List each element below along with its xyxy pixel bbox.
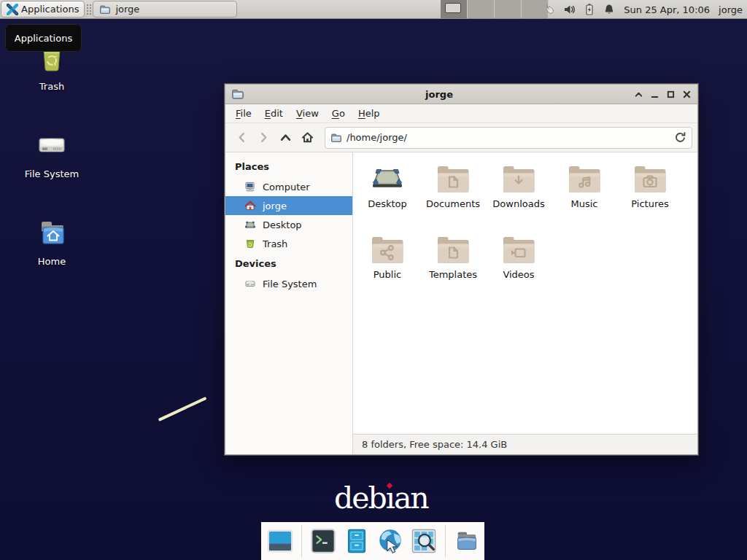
volume-icon[interactable] xyxy=(563,3,576,16)
path-folder-icon xyxy=(330,132,342,144)
folder-documents[interactable]: Documents xyxy=(420,162,486,233)
workspace-3[interactable] xyxy=(495,0,522,18)
menu-edit[interactable]: Edit xyxy=(258,104,290,122)
debian-dot xyxy=(387,483,392,489)
folder-label: Music xyxy=(571,198,598,209)
folder-label: Templates xyxy=(429,269,477,280)
workspace-1[interactable] xyxy=(441,0,468,18)
home-red-icon xyxy=(244,200,256,211)
workspace-window-preview xyxy=(445,3,461,13)
panel-handle[interactable] xyxy=(86,4,91,15)
task-window-label: jorge xyxy=(115,4,139,15)
sidebar-item-desktop[interactable]: Desktop xyxy=(225,215,352,234)
path-text[interactable]: /home/jorge/ xyxy=(347,132,670,143)
dock-application-finder[interactable] xyxy=(410,527,438,555)
shade-button[interactable] xyxy=(634,90,643,99)
folder-music[interactable]: Music xyxy=(551,162,617,233)
menu-help[interactable]: Help xyxy=(352,104,387,122)
forward-button[interactable] xyxy=(252,128,274,148)
path-bar[interactable]: /home/jorge/ xyxy=(325,127,692,149)
sidebar: PlacesComputerjorgeDesktopTrashDevicesFi… xyxy=(225,152,353,454)
clock[interactable]: Sun 25 Apr, 10:06 xyxy=(624,4,710,15)
dock-separator xyxy=(445,525,446,557)
applications-button[interactable]: Applications xyxy=(1,1,85,18)
dock-separator xyxy=(301,525,302,557)
maximize-button[interactable] xyxy=(666,90,676,99)
desktop-icon-label: File System xyxy=(25,168,79,179)
folder-label: Pictures xyxy=(631,198,668,209)
session-username[interactable]: jorge xyxy=(719,4,743,15)
folder-templates[interactable]: Templates xyxy=(420,233,486,303)
menu-file[interactable]: File xyxy=(229,104,258,122)
applications-label: Applications xyxy=(21,4,79,15)
folder-public-icon xyxy=(370,233,405,265)
window-controls xyxy=(634,90,692,99)
folder-downloads[interactable]: Downloads xyxy=(486,162,551,233)
folder-label: Downloads xyxy=(492,198,544,209)
menu-go[interactable]: Go xyxy=(325,104,352,122)
dock-file-manager[interactable] xyxy=(453,527,481,555)
folder-pictures[interactable]: Pictures xyxy=(617,162,683,233)
bell-icon[interactable] xyxy=(603,3,616,16)
folder-grid: DesktopDocumentsDownloadsMusicPicturesPu… xyxy=(353,152,697,434)
folder-desktop[interactable]: Desktop xyxy=(355,162,420,233)
workspace-2[interactable] xyxy=(468,0,495,18)
taskbar-window-button[interactable]: jorge xyxy=(93,1,237,18)
desktop-mini-icon xyxy=(244,219,256,230)
sidebar-header-places: Places xyxy=(225,156,352,177)
status-bar: 8 folders, Free space: 14.4 GiB xyxy=(353,434,697,454)
desktop-icon-home[interactable]: Home xyxy=(17,216,87,267)
computer-icon xyxy=(244,181,256,192)
folder-templates-icon xyxy=(436,233,471,265)
window-titlebar[interactable]: jorge xyxy=(225,85,697,104)
dock-show-desktop[interactable] xyxy=(266,527,294,555)
battery-icon[interactable] xyxy=(583,3,596,16)
up-button[interactable] xyxy=(274,128,296,148)
status-text: 8 folders, Free space: 14.4 GiB xyxy=(362,439,507,450)
tooltip-text: Applications xyxy=(15,33,72,44)
folder-label: Videos xyxy=(503,269,534,280)
content-column: DesktopDocumentsDownloadsMusicPicturesPu… xyxy=(353,152,697,454)
sidebar-item-file-system[interactable]: File System xyxy=(225,274,352,293)
applications-tooltip: Applications xyxy=(5,24,82,52)
task-folder-icon xyxy=(99,4,111,15)
debian-logo: debıan xyxy=(334,481,428,516)
mouse-icon[interactable] xyxy=(543,3,557,16)
desktop-icon-label: Trash xyxy=(39,81,64,92)
tray-group: Sun 25 Apr, 10:06 jorge xyxy=(543,0,743,19)
folder-documents-icon xyxy=(436,163,471,195)
sidebar-item-label: Computer xyxy=(263,182,310,192)
folder-label: Public xyxy=(374,269,401,280)
menu-view[interactable]: View xyxy=(290,104,325,122)
drive-big-icon xyxy=(34,128,69,163)
desktop-icon-file-system[interactable]: File System xyxy=(17,128,87,179)
reload-button[interactable] xyxy=(674,131,686,144)
sidebar-item-trash[interactable]: Trash xyxy=(225,234,352,253)
sidebar-item-label: jorge xyxy=(263,201,287,211)
dock-file-cabinet[interactable] xyxy=(343,527,371,555)
desktop-icon-label: Home xyxy=(38,256,66,267)
folder-videos-icon xyxy=(501,233,536,265)
dock-web-browser[interactable] xyxy=(376,527,404,555)
back-button[interactable] xyxy=(231,128,252,148)
dock-terminal[interactable] xyxy=(309,527,337,555)
desktop-special-icon xyxy=(370,163,405,195)
tray-icons xyxy=(543,3,616,16)
window-icon[interactable] xyxy=(231,88,244,101)
trash-mini-icon xyxy=(244,238,256,249)
minimize-button[interactable] xyxy=(650,90,659,99)
top-panel: Applications jorge Sun 25 Apr, 10:06 jor… xyxy=(0,0,747,19)
workspace-switcher[interactable] xyxy=(441,0,549,18)
home-button[interactable] xyxy=(296,128,318,148)
file-manager-window: jorge FileEditViewGoHelp /home/jorge/ Pl… xyxy=(225,84,698,455)
folder-label: Documents xyxy=(426,198,480,209)
home-icon xyxy=(301,131,314,144)
sidebar-item-computer[interactable]: Computer xyxy=(225,177,352,196)
folder-public[interactable]: Public xyxy=(355,233,420,303)
up-icon xyxy=(279,131,292,144)
sidebar-item-jorge[interactable]: jorge xyxy=(225,196,352,215)
folder-pictures-icon xyxy=(632,163,667,195)
close-button[interactable] xyxy=(682,90,692,99)
folder-videos[interactable]: Videos xyxy=(486,233,551,303)
window-title: jorge xyxy=(249,89,630,100)
